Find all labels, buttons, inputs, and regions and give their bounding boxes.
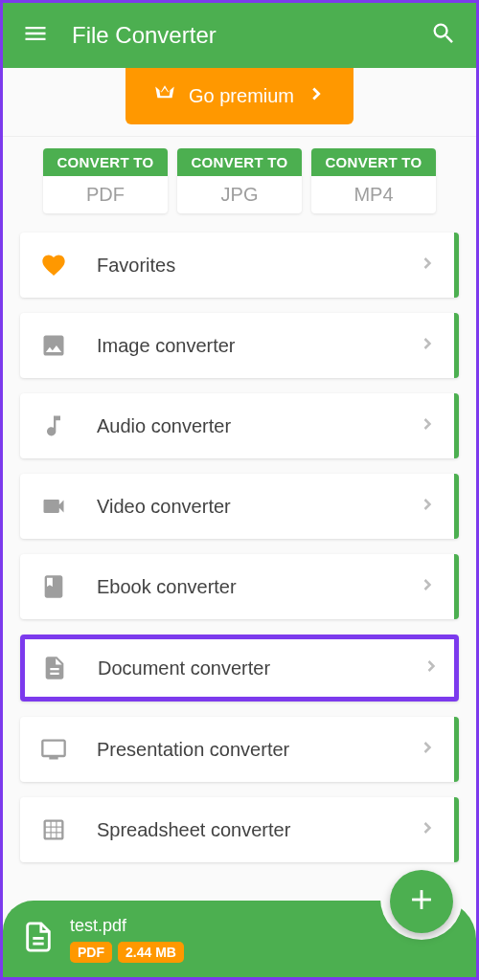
list-item-ebook[interactable]: Ebook converter	[20, 554, 459, 619]
convert-label: CONVERT TO	[43, 148, 168, 176]
file-name: test.pdf	[70, 916, 184, 936]
convert-to-mp4[interactable]: CONVERT TO MP4	[311, 148, 436, 213]
list-item-image[interactable]: Image converter	[20, 313, 459, 378]
file-badges: PDF 2.44 MB	[70, 942, 184, 963]
list-item-audio[interactable]: Audio converter	[20, 393, 459, 458]
chevron-right-icon	[418, 495, 437, 518]
list-item-document[interactable]: Document converter	[20, 635, 459, 702]
list-item-spreadsheet[interactable]: Spreadsheet converter	[20, 797, 459, 862]
list-label: Favorites	[97, 255, 418, 277]
premium-label: Go premium	[189, 85, 294, 107]
chevron-right-icon	[306, 83, 327, 109]
convert-shortcuts: CONVERT TO PDF CONVERT TO JPG CONVERT TO…	[3, 137, 476, 225]
file-icon	[22, 921, 55, 957]
list-item-video[interactable]: Video converter	[20, 474, 459, 539]
video-icon	[37, 493, 70, 520]
file-info: test.pdf PDF 2.44 MB	[70, 916, 184, 963]
convert-label: CONVERT TO	[311, 148, 436, 176]
page-title: File Converter	[72, 22, 407, 49]
convert-to-jpg[interactable]: CONVERT TO JPG	[177, 148, 302, 213]
chevron-right-icon	[418, 575, 437, 598]
chevron-right-icon	[418, 818, 437, 841]
document-icon	[38, 655, 71, 681]
chevron-right-icon	[418, 738, 437, 761]
music-icon	[37, 412, 70, 439]
add-button[interactable]	[390, 870, 453, 933]
list-label: Presentation converter	[97, 739, 418, 761]
format-badge: PDF	[70, 942, 112, 963]
list-label: Video converter	[97, 496, 418, 518]
plus-icon	[405, 883, 438, 920]
menu-icon[interactable]	[22, 20, 49, 51]
list-label: Image converter	[97, 335, 418, 357]
list-label: Document converter	[98, 657, 422, 679]
monitor-icon	[37, 736, 70, 763]
list-label: Spreadsheet converter	[97, 819, 418, 841]
list-item-favorites[interactable]: Favorites	[20, 233, 459, 298]
size-badge: 2.44 MB	[118, 942, 184, 963]
go-premium-button[interactable]: Go premium	[125, 68, 354, 124]
crown-icon	[152, 81, 177, 111]
chevron-right-icon	[418, 414, 437, 437]
convert-format: MP4	[311, 176, 436, 213]
image-icon	[37, 332, 70, 359]
grid-icon	[37, 816, 70, 843]
heart-icon	[37, 252, 70, 278]
book-icon	[37, 573, 70, 600]
chevron-right-icon	[418, 254, 437, 277]
list-label: Ebook converter	[97, 576, 418, 598]
chevron-right-icon	[422, 657, 441, 679]
app-header: File Converter	[3, 3, 476, 68]
convert-to-pdf[interactable]: CONVERT TO PDF	[43, 148, 168, 213]
convert-format: PDF	[43, 176, 168, 213]
chevron-right-icon	[418, 334, 437, 357]
premium-banner: Go premium	[3, 68, 476, 137]
list-label: Audio converter	[97, 415, 418, 437]
converter-list: Favorites Image converter Audio converte…	[3, 225, 476, 885]
list-item-presentation[interactable]: Presentation converter	[20, 717, 459, 782]
convert-label: CONVERT TO	[177, 148, 302, 176]
search-icon[interactable]	[430, 20, 457, 51]
convert-format: JPG	[177, 176, 302, 213]
